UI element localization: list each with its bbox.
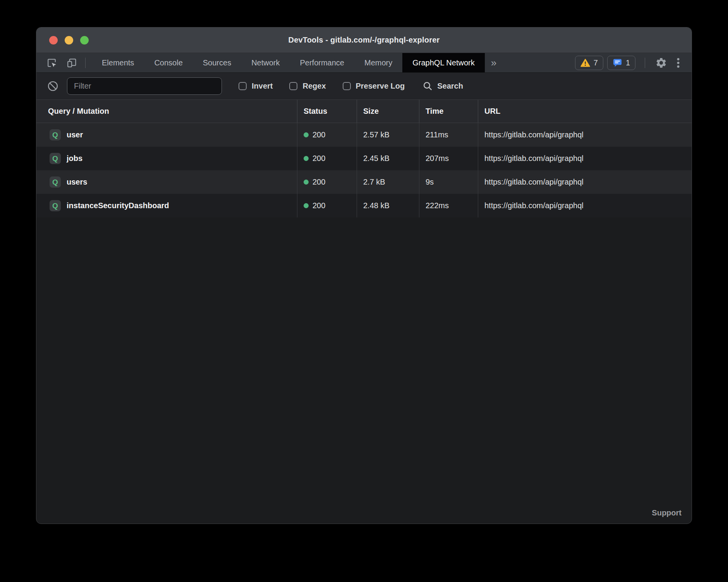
- devtools-tabbar: Elements Console Sources Network Perform…: [36, 53, 692, 73]
- filter-checkbox[interactable]: [343, 82, 351, 90]
- request-row[interactable]: Q user 200 2.57 kB 211ms https://gitlab.…: [36, 123, 692, 147]
- query-type-badge: Q: [50, 176, 61, 188]
- request-url-cell: https://gitlab.com/api/graphql: [478, 147, 692, 170]
- warning-triangle-icon: [580, 58, 590, 67]
- status-code: 200: [312, 154, 325, 163]
- query-type-badge: Q: [50, 153, 61, 164]
- window-title: DevTools - gitlab.com/-/graphql-explorer: [36, 36, 692, 45]
- network-filter-bar: Invert Regex Preserve Log: [36, 73, 692, 100]
- request-time-cell: 9s: [419, 170, 478, 194]
- search-control[interactable]: Search: [422, 81, 463, 91]
- panel-tab[interactable]: Memory: [354, 53, 402, 72]
- clear-requests-icon[interactable]: [47, 80, 59, 92]
- panel-tab-label: Memory: [364, 58, 392, 67]
- panel-tab[interactable]: Network: [241, 53, 290, 72]
- close-window-button[interactable]: [49, 36, 58, 45]
- request-name: users: [67, 178, 87, 187]
- panel-tabs: Elements Console Sources Network Perform…: [92, 53, 485, 72]
- console-warnings-badge[interactable]: 7: [575, 56, 603, 70]
- filter-checkbox-groups: Invert Regex Preserve Log: [222, 82, 405, 91]
- status-code: 200: [312, 130, 325, 139]
- status-ok-dot-icon: [304, 180, 309, 185]
- inspect-element-icon[interactable]: [46, 57, 57, 68]
- console-messages-badge[interactable]: 1: [607, 56, 635, 70]
- request-name: instanceSecurityDashboard: [67, 201, 169, 210]
- search-label: Search: [437, 82, 463, 91]
- panel-tab[interactable]: Elements: [92, 53, 144, 72]
- request-row[interactable]: Q jobs 200 2.45 kB 207ms https://gitlab.…: [36, 147, 692, 170]
- query-type-badge: Q: [50, 200, 61, 211]
- filter-checkbox[interactable]: [239, 82, 247, 90]
- request-size-cell: 2.7 kB: [357, 170, 419, 194]
- request-query-cell: Q user: [36, 123, 297, 147]
- request-time-cell: 222ms: [419, 194, 478, 217]
- column-header-status[interactable]: Status: [297, 100, 357, 123]
- request-status-cell: 200: [297, 147, 357, 170]
- status-ok-dot-icon: [304, 203, 309, 208]
- search-icon: [422, 81, 433, 91]
- tabbar-right-divider: [645, 58, 645, 68]
- request-name: jobs: [67, 154, 82, 163]
- requests-table-header: Query / Mutation Status Size Time URL: [36, 100, 692, 123]
- device-toolbar-icon[interactable]: [66, 57, 77, 68]
- kebab-menu-icon[interactable]: [671, 56, 685, 69]
- request-query-cell: Q instanceSecurityDashboard: [36, 194, 297, 217]
- message-count: 1: [626, 58, 630, 67]
- request-status-cell: 200: [297, 170, 357, 194]
- panel-tab-label: Sources: [203, 58, 231, 67]
- settings-gear-icon[interactable]: [654, 56, 668, 69]
- request-status-cell: 200: [297, 194, 357, 217]
- more-tabs-chevron-icon[interactable]: »: [485, 57, 503, 69]
- status-code: 200: [312, 178, 325, 187]
- panel-tab-label: Elements: [102, 58, 134, 67]
- column-header-query-mutation[interactable]: Query / Mutation: [36, 100, 297, 123]
- status-ok-dot-icon: [304, 132, 309, 137]
- filter-input[interactable]: [67, 77, 222, 95]
- request-query-cell: Q jobs: [36, 147, 297, 170]
- devtools-window: DevTools - gitlab.com/-/graphql-explorer…: [36, 27, 692, 524]
- request-size-cell: 2.45 kB: [357, 147, 419, 170]
- panel-tab[interactable]: Console: [144, 53, 192, 72]
- column-header-size[interactable]: Size: [357, 100, 419, 123]
- panel-tab-label: Network: [251, 58, 280, 67]
- panel-tab-label: GraphQL Network: [412, 58, 474, 67]
- filter-checkbox-group: Regex: [289, 82, 326, 91]
- request-row[interactable]: Q instanceSecurityDashboard 200 2.48 kB …: [36, 194, 692, 217]
- filter-checkbox-label: Invert: [252, 82, 273, 91]
- filter-checkbox-group: Preserve Log: [343, 82, 405, 91]
- fullscreen-window-button[interactable]: [80, 36, 89, 45]
- request-status-cell: 200: [297, 123, 357, 147]
- filter-checkbox-label: Regex: [302, 82, 326, 91]
- filter-checkbox-label: Preserve Log: [356, 82, 405, 91]
- panel-tab[interactable]: GraphQL Network: [402, 53, 484, 72]
- request-url-cell: https://gitlab.com/api/graphql: [478, 194, 692, 217]
- titlebar: DevTools - gitlab.com/-/graphql-explorer: [36, 27, 692, 53]
- status-ok-dot-icon: [304, 156, 309, 161]
- panel-tab-label: Performance: [300, 58, 345, 67]
- query-type-badge: Q: [50, 129, 61, 140]
- traffic-lights: [49, 27, 89, 53]
- request-name: user: [67, 130, 83, 139]
- requests-table-body: Q user 200 2.57 kB 211ms https://gitlab.…: [36, 123, 692, 217]
- request-size-cell: 2.57 kB: [357, 123, 419, 147]
- column-header-url[interactable]: URL: [478, 100, 692, 123]
- tabbar-right-controls: 7 1: [575, 56, 685, 70]
- request-row[interactable]: Q users 200 2.7 kB 9s https://gitlab.com…: [36, 170, 692, 194]
- panel-tab[interactable]: Performance: [290, 53, 355, 72]
- request-query-cell: Q users: [36, 170, 297, 194]
- request-time-cell: 211ms: [419, 123, 478, 147]
- minimize-window-button[interactable]: [65, 36, 73, 45]
- panel-tab[interactable]: Sources: [193, 53, 241, 72]
- filter-checkbox-group: Invert: [239, 82, 273, 91]
- request-url-cell: https://gitlab.com/api/graphql: [478, 170, 692, 194]
- toolbar-divider: [85, 58, 86, 68]
- request-size-cell: 2.48 kB: [357, 194, 419, 217]
- request-time-cell: 207ms: [419, 147, 478, 170]
- support-link[interactable]: Support: [652, 508, 682, 517]
- status-code: 200: [312, 201, 325, 210]
- panel-tab-label: Console: [154, 58, 182, 67]
- filter-checkbox[interactable]: [289, 82, 297, 90]
- column-header-time[interactable]: Time: [419, 100, 478, 123]
- request-url-cell: https://gitlab.com/api/graphql: [478, 123, 692, 147]
- message-bubble-icon: [613, 58, 622, 67]
